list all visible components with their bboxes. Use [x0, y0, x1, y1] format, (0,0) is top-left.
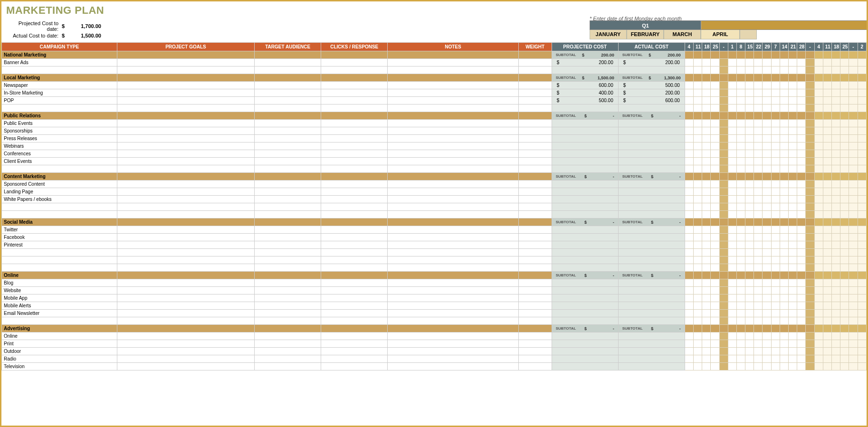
item-name[interactable]: Facebook [2, 234, 117, 241]
calendar-cell[interactable] [745, 256, 754, 264]
calendar-cell[interactable] [789, 211, 797, 218]
calendar-cell[interactable] [763, 158, 771, 165]
clicks-cell[interactable] [321, 279, 388, 287]
notes-cell[interactable] [388, 196, 518, 203]
goals-cell[interactable] [117, 180, 254, 188]
cost-cell[interactable] [618, 355, 685, 363]
calendar-cell[interactable] [780, 272, 788, 279]
cost-cell[interactable] [618, 294, 685, 302]
calendar-cell[interactable] [840, 59, 849, 66]
calendar-cell[interactable] [849, 317, 858, 325]
calendar-cell[interactable] [702, 340, 711, 348]
calendar-cell[interactable] [728, 97, 736, 104]
item-name[interactable] [2, 165, 117, 173]
calendar-cell[interactable] [806, 188, 814, 196]
calendar-cell[interactable] [693, 317, 702, 325]
calendar-cell[interactable] [693, 241, 702, 249]
calendar-cell[interactable] [780, 127, 788, 135]
calendar-cell[interactable] [797, 127, 806, 135]
item-name[interactable]: POP [2, 97, 117, 104]
calendar-cell[interactable] [754, 158, 763, 165]
cost-cell[interactable] [552, 332, 618, 340]
calendar-cell[interactable] [858, 74, 866, 82]
cost-cell[interactable] [618, 234, 685, 241]
line-item-row[interactable]: Banner Ads $200.00$200.00 [2, 59, 867, 66]
calendar-cell[interactable] [745, 104, 754, 112]
calendar-cell[interactable] [858, 348, 866, 355]
weight-cell[interactable] [518, 363, 552, 370]
calendar-cell[interactable] [745, 74, 754, 82]
goals-cell[interactable] [117, 310, 254, 317]
calendar-cell[interactable] [831, 127, 840, 135]
audience-cell[interactable] [255, 241, 321, 249]
calendar-cell[interactable] [814, 234, 823, 241]
goals-cell[interactable] [117, 287, 254, 294]
line-item-row[interactable]: Outdoor [2, 348, 867, 355]
calendar-cell[interactable] [728, 104, 736, 112]
notes-cell[interactable] [388, 142, 518, 150]
calendar-cell[interactable] [693, 74, 702, 82]
calendar-cell[interactable] [780, 241, 788, 249]
line-item-row[interactable]: Public Events [2, 120, 867, 127]
calendar-cell[interactable] [728, 226, 736, 234]
calendar-cell[interactable] [858, 150, 866, 158]
calendar-cell[interactable] [719, 226, 728, 234]
cost-cell[interactable] [618, 158, 685, 165]
calendar-cell[interactable] [858, 211, 866, 218]
calendar-cell[interactable] [745, 279, 754, 287]
calendar-cell[interactable] [849, 256, 858, 264]
calendar-cell[interactable] [754, 196, 763, 203]
line-item-row[interactable] [2, 165, 867, 173]
calendar-cell[interactable] [823, 241, 831, 249]
calendar-cell[interactable] [849, 112, 858, 120]
audience-cell[interactable] [255, 196, 321, 203]
calendar-cell[interactable] [719, 363, 728, 370]
calendar-cell[interactable] [728, 348, 736, 355]
calendar-cell[interactable] [728, 173, 736, 180]
calendar-cell[interactable] [693, 332, 702, 340]
calendar-cell[interactable] [789, 82, 797, 89]
line-item-row[interactable]: Pinterest [2, 241, 867, 249]
calendar-cell[interactable] [797, 59, 806, 66]
weight-cell[interactable] [518, 196, 552, 203]
item-name[interactable] [2, 249, 117, 256]
calendar-cell[interactable] [806, 264, 814, 272]
calendar-cell[interactable] [719, 97, 728, 104]
calendar-cell[interactable] [814, 317, 823, 325]
notes-cell[interactable] [388, 59, 518, 66]
cost-cell[interactable] [552, 180, 618, 188]
calendar-cell[interactable] [814, 256, 823, 264]
calendar-cell[interactable] [789, 264, 797, 272]
calendar-cell[interactable] [789, 150, 797, 158]
calendar-cell[interactable] [702, 180, 711, 188]
clicks-cell[interactable] [321, 294, 388, 302]
calendar-cell[interactable] [789, 180, 797, 188]
calendar-cell[interactable] [814, 302, 823, 310]
calendar-cell[interactable] [814, 158, 823, 165]
calendar-cell[interactable] [685, 211, 693, 218]
calendar-cell[interactable] [797, 332, 806, 340]
item-name[interactable] [2, 66, 117, 74]
calendar-cell[interactable] [771, 340, 780, 348]
calendar-cell[interactable] [736, 325, 745, 332]
calendar-cell[interactable] [763, 302, 771, 310]
calendar-cell[interactable] [789, 142, 797, 150]
calendar-cell[interactable] [745, 340, 754, 348]
calendar-cell[interactable] [840, 180, 849, 188]
calendar-cell[interactable] [763, 150, 771, 158]
audience-cell[interactable] [255, 97, 321, 104]
calendar-cell[interactable] [789, 279, 797, 287]
notes-cell[interactable] [388, 264, 518, 272]
calendar-cell[interactable] [780, 302, 788, 310]
calendar-cell[interactable] [736, 180, 745, 188]
calendar-cell[interactable] [849, 332, 858, 340]
weight-cell[interactable] [518, 97, 552, 104]
calendar-cell[interactable] [728, 51, 736, 59]
calendar-cell[interactable] [728, 317, 736, 325]
calendar-cell[interactable] [745, 180, 754, 188]
calendar-cell[interactable] [745, 302, 754, 310]
calendar-cell[interactable] [693, 211, 702, 218]
calendar-cell[interactable] [771, 317, 780, 325]
notes-cell[interactable] [388, 158, 518, 165]
calendar-cell[interactable] [780, 135, 788, 142]
